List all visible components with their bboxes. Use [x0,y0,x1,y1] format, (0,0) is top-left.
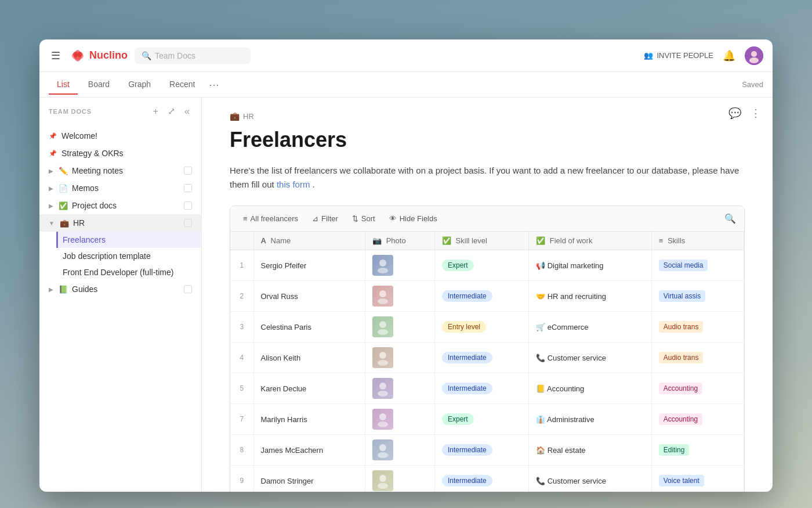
sidebar-item-label: HR [73,218,85,228]
expand-arrow-icon[interactable]: ▶ [49,185,53,192]
row-num: 1 [230,250,253,281]
sidebar-item-hr[interactable]: ▼ 💼 HR [39,214,201,232]
pin-icon: 📌 [49,132,57,140]
svg-point-2 [73,52,78,57]
sidebar-item-welcome[interactable]: 📌 Welcome! [39,127,201,145]
svg-point-14 [378,360,388,366]
comment-icon[interactable]: 💬 [726,105,744,122]
pin-icon: 📌 [49,150,57,157]
col-skill-level[interactable]: ✅ Skill level [434,232,528,250]
svg-point-9 [379,290,386,297]
this-form-link[interactable]: this form [277,179,310,189]
hide-fields-button[interactable]: 👁 Hide Fields [385,212,442,225]
hide-icon: 👁 [389,214,397,223]
tab-recent[interactable]: Recent [161,75,203,95]
tab-graph[interactable]: Graph [120,75,159,95]
sidebar-item-frontend-dev[interactable]: Front End Developer (full-time) [58,264,201,280]
item-checkbox[interactable] [184,201,192,210]
sidebar-item-meeting-notes[interactable]: ▶ ✏️ Meeting notes [39,162,201,179]
row-num: 4 [230,343,253,373]
sort-button[interactable]: ⇅ Sort [347,212,380,225]
invite-icon: 👥 [644,51,653,60]
row-field: 🤝 HR and recruiting [529,281,652,312]
table-search-button[interactable]: 🔍 [724,213,736,224]
hamburger-icon[interactable]: ☰ [49,47,63,64]
col-name[interactable]: A Name [253,232,365,250]
svg-point-5 [751,51,757,57]
tab-more-icon[interactable]: ⋯ [205,76,223,93]
sidebar-item-memos[interactable]: ▶ 📄 Memos [39,179,201,197]
table-row[interactable]: 5 Karen Declue Intermediate 📒 Accounting… [230,373,744,404]
row-num: 7 [230,404,253,435]
table-row[interactable]: 1 Sergio Pfeifer Expert 📢 Digital market… [230,250,744,281]
expand-arrow-icon[interactable]: ▶ [49,168,53,174]
expand-arrow-icon[interactable]: ▶ [49,286,53,293]
table-row[interactable]: 7 Marilyn Harris Expert 👔 Administrative… [230,404,744,435]
row-num: 5 [230,373,253,404]
table-row[interactable]: 8 James McEachern Intermediate 🏠 Real es… [230,435,744,466]
sidebar-item-freelancers[interactable]: Freelancers [56,232,201,248]
row-skills-tag: Social media [651,250,744,281]
breadcrumb-icon: 💼 [230,111,240,121]
col-photo[interactable]: 📷 Photo [365,232,435,250]
table-container: ≡ All freelancers ⊿ Filter ⇅ Sort 👁 [230,206,745,492]
memos-icon: 📄 [58,184,68,193]
item-checkbox[interactable] [184,219,192,227]
row-name: Orval Russ [253,281,365,312]
avatar[interactable] [745,46,763,65]
row-skill: Entry level [434,312,528,343]
sidebar-item-job-desc[interactable]: Job description template [58,248,201,264]
sort-icon: ⇅ [352,214,358,223]
guides-icon: 📗 [58,285,68,294]
row-photo [365,466,435,492]
svg-point-16 [378,391,388,397]
row-photo [365,404,435,435]
row-photo [365,373,435,404]
sidebar: TEAM DOCS + ⤢ « 📌 Welcome! 📌 Strategy & … [39,98,202,492]
sidebar-item-guides[interactable]: ▶ 📗 Guides [39,280,201,298]
item-checkbox[interactable] [184,184,192,192]
logo-area: Nuclino [70,48,128,64]
more-options-icon[interactable]: ⋮ [748,105,763,122]
expand-arrow-icon[interactable]: ▼ [49,220,55,226]
search-box[interactable]: 🔍 Team Docs [135,48,251,64]
filter-button[interactable]: ⊿ Filter [307,212,343,225]
table-body: 1 Sergio Pfeifer Expert 📢 Digital market… [230,250,744,492]
table-row[interactable]: 2 Orval Russ Intermediate 🤝 HR and recru… [230,281,744,312]
row-skill: Expert [434,404,528,435]
row-skills-tag: Accounting [651,373,744,404]
item-checkbox[interactable] [184,167,192,175]
invite-people-button[interactable]: 👥 INVITE PEOPLE [644,51,713,60]
svg-point-21 [379,475,386,482]
row-photo [365,281,435,312]
expand-arrow-icon[interactable]: ▶ [49,203,53,209]
col-field-of-work[interactable]: ✅ Field of work [529,232,652,250]
table-row[interactable]: 3 Celestina Paris Entry level 🛒 eCommerc… [230,312,744,343]
svg-point-19 [379,444,386,451]
sidebar-items: 📌 Welcome! 📌 Strategy & OKRs ▶ ✏️ Meetin… [39,125,201,300]
table-row[interactable]: 4 Alison Keith Intermediate 📞 Customer s… [230,343,744,373]
row-skills-tag: Voice talent [651,466,744,492]
all-freelancers-button[interactable]: ≡ All freelancers [238,212,303,225]
tab-list[interactable]: List [49,75,78,95]
bell-icon[interactable]: 🔔 [723,49,735,62]
svg-point-11 [379,321,386,328]
sidebar-collapse-button[interactable]: « [182,105,192,118]
row-skill: Intermediate [434,435,528,466]
row-photo [365,435,435,466]
item-checkbox[interactable] [184,285,192,293]
sidebar-expand-button[interactable]: ⤢ [165,105,177,118]
row-photo [365,343,435,373]
logo-text: Nuclino [89,49,128,62]
col-skills[interactable]: ≡ Skills [651,232,744,250]
content-toolbar: 💬 ⋮ [726,105,763,122]
sidebar-item-project-docs[interactable]: ▶ ✅ Project docs [39,197,201,214]
sidebar-item-strategy[interactable]: 📌 Strategy & OKRs [39,145,201,162]
tab-board[interactable]: Board [80,75,118,95]
main-content: TEAM DOCS + ⤢ « 📌 Welcome! 📌 Strategy & … [39,98,773,492]
table-row[interactable]: 9 Damon Stringer Intermediate 📞 Customer… [230,466,744,492]
tab-bar: List Board Graph Recent ⋯ Saved [39,72,773,98]
row-name: Alison Keith [253,343,365,373]
sub-item-label: Freelancers [63,235,106,244]
sidebar-add-button[interactable]: + [151,105,161,118]
